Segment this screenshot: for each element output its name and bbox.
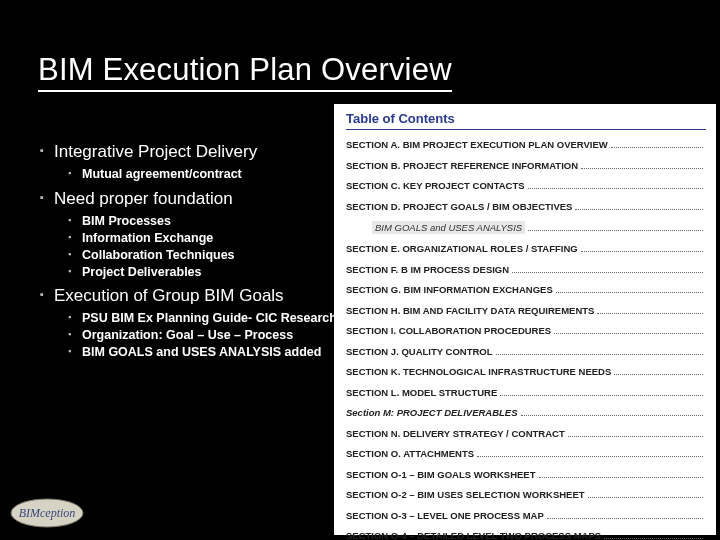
bullet-lvl2: Collaboration Techniques (68, 247, 350, 264)
toc-dots (568, 436, 703, 437)
toc-row: SECTION N. DELIVERY STRATEGY / CONTRACT (346, 428, 706, 439)
toc-label: SECTION C. KEY PROJECT CONTACTS (346, 180, 525, 191)
toc-label: SECTION G. BIM INFORMATION EXCHANGES (346, 284, 553, 295)
toc-dots (528, 188, 703, 189)
toc-label: SECTION A. BIM PROJECT EXECUTION PLAN OV… (346, 139, 608, 150)
bullet-content: Integrative Project Delivery Mutual agre… (40, 142, 350, 367)
toc-label: Section M: PROJECT DELIVERABLES (346, 407, 518, 418)
toc-dots (597, 313, 703, 314)
toc-row: SECTION O-4 – DETAILED LEVEL TWO PROCESS… (346, 530, 706, 540)
bullet-lvl1: Need proper foundation BIM Processes Inf… (40, 189, 350, 281)
toc-label: SECTION L. MODEL STRUCTURE (346, 387, 497, 398)
toc-label: SECTION E. ORGANIZATIONAL ROLES / STAFFI… (346, 243, 578, 254)
toc-row: SECTION O-1 – BIM GOALS WORKSHEET (346, 469, 706, 480)
toc-dots (500, 395, 703, 396)
toc-dots (496, 354, 703, 355)
bullet-lvl2: BIM GOALS and USES ANALYSIS added (68, 344, 350, 361)
toc-dots (575, 209, 703, 210)
toc-row: SECTION I. COLLABORATION PROCEDURES (346, 325, 706, 336)
toc-row: SECTION G. BIM INFORMATION EXCHANGES (346, 284, 706, 295)
toc-label: SECTION O-2 – BIM USES SELECTION WORKSHE… (346, 489, 585, 500)
toc-label: SECTION J. QUALITY CONTROL (346, 346, 493, 357)
logo-icon: BIMception (8, 496, 86, 530)
toc-dots (528, 230, 703, 231)
toc-label: SECTION O-1 – BIM GOALS WORKSHEET (346, 469, 536, 480)
toc-label-highlighted: BIM GOALS and USES ANALYSIS (372, 221, 525, 234)
logo-text: BIMception (19, 506, 76, 520)
toc-row: SECTION J. QUALITY CONTROL (346, 346, 706, 357)
toc-label: SECTION O-3 – LEVEL ONE PROCESS MAP (346, 510, 544, 521)
toc-label: SECTION B. PROJECT REFERENCE INFORMATION (346, 160, 578, 171)
table-of-contents-panel: Table of Contents SECTION A. BIM PROJECT… (334, 104, 716, 535)
toc-label: SECTION N. DELIVERY STRATEGY / CONTRACT (346, 428, 565, 439)
toc-row: SECTION F. B IM PROCESS DESIGN (346, 264, 706, 275)
toc-dots (521, 415, 703, 416)
slide-title: BIM Execution Plan Overview (38, 52, 452, 92)
toc-dots (611, 147, 703, 148)
bullet-lvl2: Project Deliverables (68, 264, 350, 281)
bullet-text: Need proper foundation (54, 189, 233, 208)
bullet-lvl2: Mutual agreement/contract (68, 166, 350, 183)
slide: BIM Execution Plan Overview Integrative … (0, 0, 720, 540)
bullet-text: Integrative Project Delivery (54, 142, 257, 161)
toc-header: Table of Contents (346, 111, 706, 130)
toc-dots (539, 477, 704, 478)
toc-row: SECTION A. BIM PROJECT EXECUTION PLAN OV… (346, 139, 706, 150)
bullet-lvl2: PSU BIM Ex Planning Guide- CIC Research (68, 310, 350, 327)
toc-row-highlighted: BIM GOALS and USES ANALYSIS (346, 221, 706, 234)
bullet-lvl2: BIM Processes (68, 213, 350, 230)
bullet-lvl1: Execution of Group BIM Goals PSU BIM Ex … (40, 286, 350, 361)
toc-row: SECTION B. PROJECT REFERENCE INFORMATION (346, 160, 706, 171)
bullet-lvl2: Information Exchange (68, 230, 350, 247)
toc-row: SECTION H. BIM AND FACILITY DATA REQUIRE… (346, 305, 706, 316)
toc-dots (556, 292, 703, 293)
toc-dots (588, 497, 703, 498)
toc-row: SECTION O-2 – BIM USES SELECTION WORKSHE… (346, 489, 706, 500)
toc-row: SECTION O-3 – LEVEL ONE PROCESS MAP (346, 510, 706, 521)
toc-row: Section M: PROJECT DELIVERABLES (346, 407, 706, 418)
toc-label: SECTION O-4 – DETAILED LEVEL TWO PROCESS… (346, 530, 601, 540)
bullet-text: Execution of Group BIM Goals (54, 286, 284, 305)
toc-row: SECTION L. MODEL STRUCTURE (346, 387, 706, 398)
toc-row: SECTION D. PROJECT GOALS / BIM OBJECTIVE… (346, 201, 706, 212)
toc-label: SECTION O. ATTACHMENTS (346, 448, 474, 459)
toc-row: SECTION C. KEY PROJECT CONTACTS (346, 180, 706, 191)
toc-row: SECTION O. ATTACHMENTS (346, 448, 706, 459)
toc-row: SECTION E. ORGANIZATIONAL ROLES / STAFFI… (346, 243, 706, 254)
toc-label: SECTION D. PROJECT GOALS / BIM OBJECTIVE… (346, 201, 572, 212)
toc-label: SECTION H. BIM AND FACILITY DATA REQUIRE… (346, 305, 594, 316)
logo: BIMception (8, 496, 86, 530)
toc-dots (604, 538, 703, 539)
toc-dots (547, 518, 703, 519)
toc-label: SECTION F. B IM PROCESS DESIGN (346, 264, 509, 275)
toc-label: SECTION K. TECHNOLOGICAL INFRASTRUCTURE … (346, 366, 611, 377)
toc-dots (512, 272, 703, 273)
bullet-lvl2: Organization: Goal – Use – Process (68, 327, 350, 344)
toc-dots (581, 168, 703, 169)
bullet-lvl1: Integrative Project Delivery Mutual agre… (40, 142, 350, 183)
toc-dots (477, 456, 703, 457)
toc-label: SECTION I. COLLABORATION PROCEDURES (346, 325, 551, 336)
toc-row: SECTION K. TECHNOLOGICAL INFRASTRUCTURE … (346, 366, 706, 377)
toc-dots (554, 333, 703, 334)
toc-dots (581, 251, 703, 252)
toc-dots (614, 374, 703, 375)
